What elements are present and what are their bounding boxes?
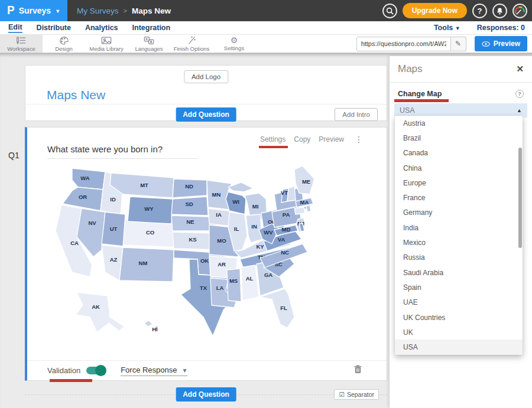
questionpro-logo-icon: P — [7, 4, 15, 17]
state-label-co: CO — [146, 229, 154, 236]
annotation-underline-settings — [259, 146, 288, 148]
state-label-la: LA — [216, 285, 224, 291]
usa-map: COWAORIDMTWYNDSDNEKSNVUTCAAZNMOKTXMNIAMO… — [56, 165, 387, 344]
map-option-europe[interactable]: Europe — [395, 175, 523, 190]
add-question-button-bottom[interactable]: Add Question — [176, 387, 236, 402]
help-icon[interactable]: ? — [472, 4, 487, 18]
state-label-mn: MN — [212, 191, 221, 198]
map-option-austria[interactable]: Austria — [395, 116, 523, 130]
tab-distribute[interactable]: Distribute — [37, 24, 71, 32]
toolbar-workspace-label: Workspace — [7, 45, 35, 52]
state-label-nc: NC — [281, 249, 289, 256]
preview-button[interactable]: Preview — [475, 36, 527, 51]
breadcrumb-current: Maps New — [132, 6, 171, 15]
state-label-hi: HI — [152, 326, 158, 332]
map-option-uk-countries[interactable]: UK Countries — [395, 310, 523, 325]
state-label-ky: KY — [256, 243, 264, 250]
map-option-saudi-arabia[interactable]: Saudi Arabia — [395, 265, 523, 280]
tab-integration[interactable]: Integration — [132, 24, 171, 32]
header-actions: Upgrade Now ? — [382, 3, 532, 18]
state-shape — [287, 186, 296, 201]
change-map-label: Change Map — [398, 90, 442, 98]
notifications-bell-icon[interactable] — [492, 4, 507, 18]
edit-url-pencil-icon[interactable]: ✎ — [451, 37, 466, 51]
add-logo-button[interactable]: Add Logo — [184, 70, 228, 83]
state-label-fl: FL — [280, 305, 287, 311]
state-label-wv: WV — [264, 229, 273, 236]
user-avatar[interactable] — [512, 4, 527, 18]
map-option-germany[interactable]: Germany — [395, 205, 523, 220]
eye-icon — [482, 41, 490, 47]
delete-question-trash-icon[interactable] — [354, 365, 362, 376]
state-label-tx: TX — [200, 285, 207, 291]
toolbar-media-library[interactable]: Media Library — [85, 35, 128, 53]
question-copy-link[interactable]: Copy — [294, 135, 310, 143]
toolbar-workspace[interactable]: Workspace — [0, 35, 43, 53]
state-label-az: AZ — [110, 256, 118, 263]
map-option-uae[interactable]: UAE — [395, 295, 523, 310]
state-label-pa: PA — [283, 211, 290, 218]
separator-toggle[interactable]: ☑Separator — [334, 389, 379, 400]
tab-edit[interactable]: Edit — [8, 23, 22, 33]
question-card: Settings Copy Preview ⋮ What state were … — [25, 127, 387, 381]
state-label-mt: MT — [140, 182, 148, 188]
breadcrumb-my-surveys[interactable]: My Surveys — [77, 6, 119, 15]
map-option-france[interactable]: France — [395, 190, 523, 205]
add-question-row: Add Question ☑Separator — [25, 387, 387, 402]
toolbar-media-library-label: Media Library — [89, 45, 124, 52]
kebab-menu-icon[interactable]: ⋮ — [355, 135, 363, 144]
map-option-canada[interactable]: Canada — [395, 146, 523, 161]
survey-title[interactable]: Maps New — [47, 88, 105, 102]
question-settings-link[interactable]: Settings — [260, 135, 286, 143]
map-option-mexico[interactable]: Mexico — [395, 235, 523, 250]
state-label-ne: NE — [186, 218, 194, 225]
force-response-dropdown[interactable]: Force Response▼ — [121, 365, 187, 376]
survey-url-input[interactable] — [356, 37, 451, 51]
map-option-uk[interactable]: UK — [395, 325, 523, 340]
change-map-help-icon[interactable]: ? — [515, 90, 524, 98]
breadcrumb-separator: > — [124, 7, 127, 14]
state-label-sd: SD — [185, 201, 193, 207]
toolbar-settings[interactable]: ⚙ Settings — [213, 35, 255, 53]
map-option-india[interactable]: India — [395, 220, 523, 235]
add-question-button-top[interactable]: Add Question — [176, 107, 236, 122]
dropdown-scrollbar[interactable] — [518, 148, 522, 248]
toolbar-languages[interactable]: Languages — [128, 35, 170, 53]
chevron-down-icon: ▼ — [182, 367, 188, 374]
map-option-russia[interactable]: Russia — [395, 250, 523, 265]
question-footer: Validation Force Response▼ — [27, 360, 387, 380]
state-label-ca: CA — [70, 240, 79, 246]
add-intro-button[interactable]: Add Intro — [335, 108, 378, 121]
gear-icon: ⚙ — [231, 36, 238, 44]
breadcrumb: My Surveys > Maps New — [77, 6, 171, 15]
state-label-nv: NV — [88, 220, 96, 226]
toolbar-finish-options[interactable]: Finish Options — [170, 35, 213, 53]
state-label-id: ID — [110, 196, 116, 203]
state-label-ut: UT — [110, 226, 118, 232]
validation-toggle[interactable] — [86, 367, 105, 374]
toggle-knob — [95, 365, 106, 376]
state-label-ms: MS — [229, 278, 238, 284]
map-option-china[interactable]: China — [395, 161, 523, 175]
toolbar-design[interactable]: Design — [43, 35, 85, 53]
close-icon[interactable]: ✕ — [516, 64, 524, 74]
brand-label: Surveys — [19, 6, 51, 15]
tools-menu[interactable]: Tools ▼ — [434, 24, 460, 32]
state-ak — [76, 292, 124, 332]
product-switcher[interactable]: P Surveys ▼ — [0, 0, 67, 21]
validation-label: Validation — [47, 366, 80, 375]
upgrade-now-button[interactable]: Upgrade Now — [403, 3, 467, 18]
state-label-ar: AR — [218, 261, 226, 267]
tab-analytics[interactable]: Analytics — [85, 24, 118, 32]
map-option-brazil[interactable]: Brazil — [395, 130, 523, 145]
map-option-spain[interactable]: Spain — [395, 280, 523, 295]
responses-count[interactable]: Responses: 0 — [477, 24, 525, 32]
search-icon[interactable] — [382, 4, 397, 18]
map-option-usa[interactable]: USA — [395, 340, 523, 354]
question-preview-link[interactable]: Preview — [319, 135, 344, 143]
survey-header-card: Add Logo Maps New Add Question Add Intro — [25, 65, 387, 121]
divider — [390, 82, 532, 83]
divider — [25, 104, 387, 105]
state-label-ia: IA — [216, 211, 222, 218]
question-text[interactable]: What state were you born in? — [47, 144, 198, 159]
